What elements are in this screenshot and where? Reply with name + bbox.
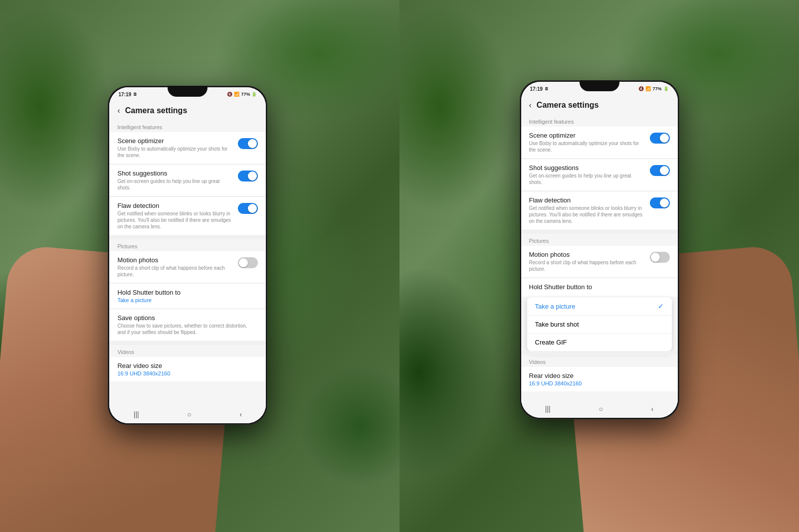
- hold-shutter-item-left[interactable]: Hold Shutter button to Take a picture: [109, 284, 266, 308]
- flaw-detection-title-right: Flaw detection: [529, 196, 645, 204]
- battery-left: 77%: [241, 92, 250, 97]
- motion-photos-desc-right: Record a short clip of what happens befo…: [529, 259, 645, 272]
- save-options-desc-left: Choose how to save pictures, whether to …: [117, 323, 253, 336]
- phone-body-left: 17:19 🗓 🔇 📶 77% 🔋 ‹ Camera settings: [108, 86, 267, 425]
- notch-left: [168, 86, 207, 97]
- flaw-detection-item-left[interactable]: Flaw detection Get notified when someone…: [109, 197, 266, 235]
- section-label-videos-left: Videos: [109, 345, 266, 357]
- rear-video-title-right: Rear video size: [529, 372, 665, 379]
- flaw-detection-title-left: Flaw detection: [117, 202, 233, 209]
- dropdown-create-gif[interactable]: Create GIF: [527, 334, 672, 351]
- left-half: 17:19 🗓 🔇 📶 77% 🔋 ‹ Camera settings: [0, 0, 400, 532]
- hold-shutter-dropdown-right[interactable]: Take a picture ✓ Take burst shot Create …: [527, 297, 672, 351]
- dropdown-take-picture-label: Take a picture: [535, 303, 576, 310]
- save-options-item-left[interactable]: Save options Choose how to save pictures…: [109, 309, 266, 341]
- back-button-right[interactable]: ‹: [529, 101, 532, 110]
- time-left: 17:19: [118, 92, 131, 97]
- nav-home-left[interactable]: ○: [187, 410, 191, 418]
- scene-optimizer-title-left: Scene optimizer: [117, 137, 233, 145]
- time-right: 17:19: [530, 86, 543, 92]
- nav-back-right[interactable]: ‹: [651, 405, 653, 413]
- battery-icon-right: 🔋: [663, 86, 669, 91]
- shot-suggestions-desc-right: Get on-screen guides to help you line up…: [529, 173, 645, 185]
- section-label-videos-right: Videos: [521, 355, 678, 367]
- battery-icon-left: 🔋: [251, 92, 257, 97]
- rear-video-value-right: 16:9 UHD 3840x2160: [529, 380, 665, 386]
- scene-optimizer-title-right: Scene optimizer: [529, 132, 645, 139]
- notch-right: [580, 80, 619, 91]
- section-label-pictures-left: Pictures: [109, 239, 266, 251]
- phone-left: 17:19 🗓 🔇 📶 77% 🔋 ‹ Camera settings: [108, 86, 267, 425]
- phone-body-right: 17:19 🗓 🔇 📶 77% 🔋 ‹ Camera settings: [520, 80, 679, 419]
- hold-shutter-title-left: Hold Shutter button to: [117, 289, 253, 296]
- settings-title-right: Camera settings: [537, 101, 599, 110]
- scene-optimizer-desc-left: Use Bixby to automatically optimize your…: [117, 146, 233, 159]
- motion-photos-item-left[interactable]: Motion photos Record a short clip of wha…: [109, 251, 266, 283]
- nav-bar-right: ||| ○ ‹: [521, 400, 678, 418]
- scene-optimizer-item-left[interactable]: Scene optimizer Use Bixby to automatical…: [109, 132, 266, 164]
- section-label-intelligent-right: Intelligent features: [521, 115, 678, 127]
- shot-suggestions-toggle-right[interactable]: [650, 165, 670, 176]
- notification-icon-right: 🗓: [545, 87, 549, 91]
- phone-right: 17:19 🗓 🔇 📶 77% 🔋 ‹ Camera settings: [520, 80, 679, 419]
- section-label-intelligent-left: Intelligent features: [109, 120, 266, 132]
- nav-recent-left[interactable]: |||: [134, 410, 139, 418]
- motion-photos-toggle-left[interactable]: [238, 257, 258, 268]
- dropdown-take-burst-label: Take burst shot: [535, 321, 579, 328]
- motion-photos-item-right[interactable]: Motion photos Record a short clip of wha…: [521, 246, 678, 277]
- rear-video-title-left: Rear video size: [117, 362, 253, 369]
- motion-photos-toggle-right[interactable]: [650, 252, 670, 263]
- signal-icon-right: 📶: [645, 86, 651, 91]
- shot-suggestions-title-left: Shot suggestions: [117, 170, 233, 177]
- scene-optimizer-toggle-left[interactable]: [238, 138, 258, 149]
- scene-optimizer-toggle-right[interactable]: [650, 133, 670, 144]
- check-icon: ✓: [658, 302, 664, 310]
- shot-suggestions-desc-left: Get on-screen guides to help you line up…: [117, 178, 233, 191]
- shot-suggestions-item-right[interactable]: Shot suggestions Get on-screen guides to…: [521, 159, 678, 190]
- camera-settings-left: Intelligent features Scene optimizer Use…: [109, 120, 266, 423]
- signal-icon-left: 📶: [234, 92, 239, 97]
- shot-suggestions-toggle-left[interactable]: [238, 171, 258, 181]
- nav-recent-right[interactable]: |||: [545, 405, 551, 413]
- hold-shutter-title-right: Hold Shutter button to: [529, 283, 665, 291]
- flaw-detection-item-right[interactable]: Flaw detection Get notified when someone…: [521, 191, 678, 229]
- flaw-detection-desc-right: Get notified when someone blinks or look…: [529, 205, 645, 224]
- phone-screen-left: 17:19 🗓 🔇 📶 77% 🔋 ‹ Camera settings: [109, 87, 266, 423]
- dropdown-take-burst[interactable]: Take burst shot: [527, 316, 672, 334]
- flaw-detection-desc-left: Get notified when someone blinks or look…: [117, 210, 233, 230]
- rear-video-item-left[interactable]: Rear video size 16:9 UHD 3840x2160: [109, 357, 266, 381]
- save-options-title-left: Save options: [117, 314, 253, 322]
- battery-right: 77%: [652, 86, 661, 91]
- mute-icon-right: 🔇: [638, 86, 644, 91]
- scene-optimizer-desc-right: Use Bixby to automatically optimize your…: [529, 140, 645, 153]
- rear-video-item-right[interactable]: Rear video size 16:9 UHD 3840x2160: [521, 367, 678, 391]
- scene-optimizer-item-right[interactable]: Scene optimizer Use Bixby to automatical…: [521, 127, 678, 158]
- settings-header-left: ‹ Camera settings: [109, 101, 266, 120]
- mute-icon-left: 🔇: [227, 92, 232, 97]
- nav-bar-left: ||| ○ ‹: [109, 405, 266, 423]
- nav-home-right[interactable]: ○: [599, 405, 602, 413]
- settings-title-left: Camera settings: [125, 106, 188, 115]
- shot-suggestions-item-left[interactable]: Shot suggestions Get on-screen guides to…: [109, 165, 266, 196]
- hold-shutter-item-right[interactable]: Hold Shutter button to: [521, 278, 678, 297]
- dropdown-take-picture[interactable]: Take a picture ✓: [527, 297, 672, 316]
- flaw-detection-toggle-right[interactable]: [650, 197, 670, 208]
- rear-video-value-left: 16:9 UHD 3840x2160: [117, 370, 253, 376]
- right-half: 17:19 🗓 🔇 📶 77% 🔋 ‹ Camera settings: [400, 0, 799, 532]
- notification-icon-left: 🗓: [133, 92, 137, 97]
- shot-suggestions-title-right: Shot suggestions: [529, 164, 645, 172]
- dropdown-create-gif-label: Create GIF: [535, 339, 567, 346]
- motion-photos-title-left: Motion photos: [117, 256, 233, 264]
- section-label-pictures-right: Pictures: [521, 234, 678, 246]
- phone-screen-right: 17:19 🗓 🔇 📶 77% 🔋 ‹ Camera settings: [521, 82, 678, 418]
- flaw-detection-toggle-left[interactable]: [238, 203, 258, 214]
- settings-header-right: ‹ Camera settings: [521, 96, 678, 115]
- hold-shutter-value-left: Take a picture: [117, 297, 253, 303]
- camera-settings-right: Intelligent features Scene optimizer Use…: [521, 115, 678, 418]
- motion-photos-title-right: Motion photos: [529, 251, 645, 258]
- nav-back-left[interactable]: ‹: [239, 410, 242, 418]
- back-button-left[interactable]: ‹: [117, 106, 120, 115]
- motion-photos-desc-left: Record a short clip of what happens befo…: [117, 265, 233, 278]
